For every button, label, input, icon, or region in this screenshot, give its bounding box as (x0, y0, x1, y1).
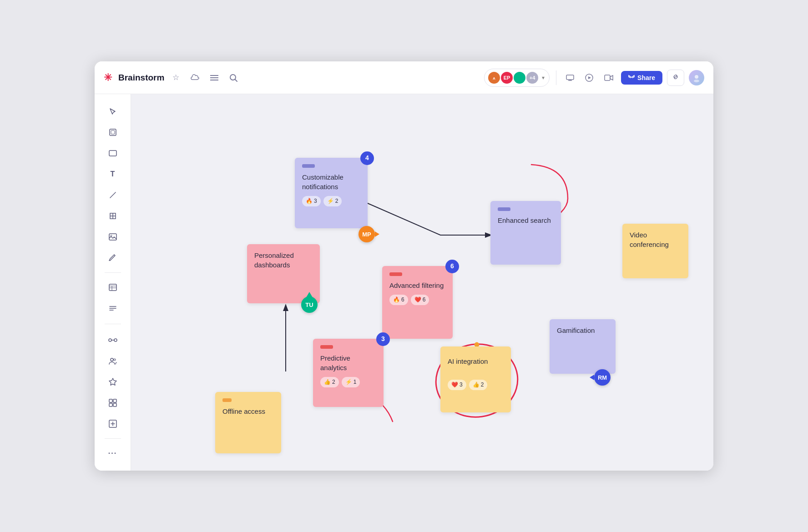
svg-rect-17 (111, 130, 115, 134)
tool-select[interactable] (103, 101, 123, 121)
sticky-label: Personalized dashboards (254, 251, 313, 270)
svg-marker-12 (588, 76, 591, 79)
header-right: A EP +4 ▾ (484, 69, 704, 87)
reaction-heart: ❤️3 (448, 380, 466, 390)
avatar-ep: EP (500, 71, 514, 85)
svg-point-3 (230, 75, 236, 80)
reaction-fire: 🔥6 (389, 295, 408, 305)
app-window: ✳ Brainstorm ☆ A (95, 61, 713, 471)
main: T (95, 94, 713, 471)
sticky-ai-integration[interactable]: AI integration ❤️3 👍2 (440, 346, 511, 412)
tool-list[interactable] (103, 298, 123, 318)
svg-rect-25 (109, 284, 116, 291)
menu-button[interactable] (207, 73, 221, 83)
sidebar-tools-group: T (95, 101, 131, 318)
reaction-heart: ❤️6 (411, 295, 429, 305)
video-button[interactable] (601, 72, 616, 83)
sidebar-sep-1 (105, 272, 121, 273)
user-bubble-tu: TU (301, 296, 318, 313)
svg-point-15 (694, 80, 699, 82)
reactions: 👍2 ⚡1 (320, 377, 376, 387)
reaction-bolt: ⚡1 (342, 377, 360, 387)
svg-text:A: A (493, 76, 495, 80)
ai-integration-group: AI integration ❤️3 👍2 (440, 346, 511, 412)
link-button[interactable] (667, 70, 684, 86)
tool-grid[interactable] (103, 393, 123, 413)
svg-point-7 (517, 75, 522, 80)
reactions: ❤️3 👍2 (448, 380, 504, 390)
sticky-video-conferencing[interactable]: Video conferencing (622, 224, 688, 278)
svg-point-36 (114, 359, 116, 361)
avatar-count: +4 (525, 71, 539, 85)
sticky-tag (222, 398, 232, 402)
sticky-tag (389, 272, 402, 276)
reaction-thumbs: 👍2 (469, 380, 488, 390)
svg-point-35 (111, 358, 113, 361)
sticky-offline-access[interactable]: Offline access (215, 392, 281, 453)
tool-crop[interactable] (103, 206, 123, 226)
star-button[interactable]: ☆ (170, 71, 182, 84)
svg-rect-16 (110, 129, 116, 136)
tool-connect[interactable] (103, 330, 123, 350)
sticky-label: Gamification (557, 326, 608, 335)
search-button[interactable] (227, 72, 240, 84)
tool-people[interactable] (103, 351, 123, 371)
tu-pointer (306, 292, 313, 297)
avatar-3 (513, 71, 526, 85)
sticky-label: Customizable notifications (302, 172, 360, 191)
avatars-chevron[interactable]: ▾ (542, 75, 545, 81)
tool-frame[interactable] (103, 122, 123, 142)
svg-rect-37 (109, 399, 112, 402)
user-bubble-mp: MP (359, 226, 375, 242)
present-button[interactable] (563, 72, 577, 83)
tool-table[interactable] (103, 277, 123, 297)
svg-rect-8 (566, 75, 574, 80)
tool-line[interactable] (103, 185, 123, 205)
share-button[interactable]: Share (621, 71, 662, 85)
play-button[interactable] (582, 71, 596, 84)
user-avatar[interactable] (689, 70, 704, 85)
sticky-label: Offline access (222, 407, 274, 416)
svg-point-33 (114, 339, 117, 341)
svg-rect-18 (109, 151, 116, 156)
cloud-button[interactable] (187, 72, 202, 83)
sticky-customizable-notifications[interactable]: Customizable notifications 🔥3 ⚡2 4 (295, 158, 368, 228)
logo-icon: ✳ (104, 72, 112, 84)
rm-pointer (590, 375, 594, 380)
tool-text[interactable]: T (103, 164, 123, 184)
sticky-advanced-filtering[interactable]: Advanced filtering 🔥6 ❤️6 6 (382, 266, 453, 339)
tool-more[interactable]: ··· (103, 443, 123, 463)
sticky-enhanced-search[interactable]: Enhanced search (490, 201, 561, 265)
sticky-tag (320, 345, 333, 349)
badge-3: 3 (376, 332, 390, 346)
badge-4: 4 (360, 151, 374, 165)
reactions: 🔥6 ❤️6 (389, 295, 445, 305)
tool-image[interactable] (103, 227, 123, 247)
tool-star[interactable] (103, 372, 123, 392)
svg-point-14 (695, 75, 698, 79)
svg-rect-40 (113, 403, 116, 407)
canvas[interactable]: Customizable notifications 🔥3 ⚡2 4 Enhan… (131, 94, 713, 471)
sidebar-sep-3 (105, 438, 121, 439)
sidebar-sep-2 (105, 324, 121, 324)
svg-rect-39 (109, 403, 112, 407)
sticky-tag (498, 207, 510, 211)
tool-add-frame[interactable] (103, 414, 123, 434)
reaction-fire: 🔥3 (302, 196, 321, 206)
avatars-group[interactable]: A EP +4 ▾ (484, 69, 550, 87)
sticky-gamification[interactable]: Gamification (550, 319, 616, 374)
sticky-tag (302, 164, 315, 168)
app-title: Brainstorm (118, 73, 164, 83)
sticky-predictive-analytics[interactable]: Predictive analytics 👍2 ⚡1 3 (313, 339, 384, 407)
reaction-bolt: ⚡2 (323, 196, 342, 206)
tool-draw[interactable] (103, 248, 123, 268)
sticky-label: Advanced filtering (389, 281, 445, 290)
badge-6: 6 (445, 260, 459, 273)
sticky-label: Video conferencing (630, 230, 681, 249)
svg-point-32 (109, 339, 111, 341)
sidebar: T (95, 94, 131, 471)
sticky-label: Enhanced search (498, 216, 554, 225)
tool-shape[interactable] (103, 143, 123, 163)
mp-pointer (375, 231, 379, 237)
sticky-label: AI integration (448, 356, 504, 366)
